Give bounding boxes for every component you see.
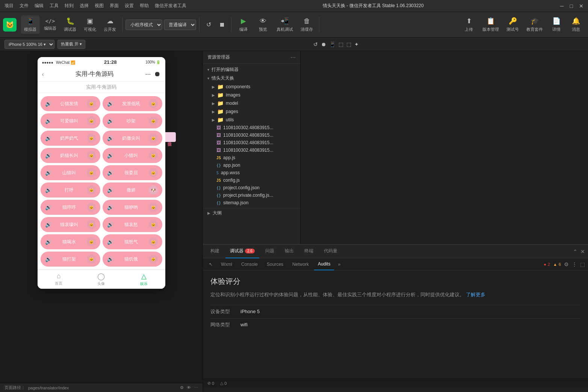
close-button[interactable]: ✕ [579, 3, 583, 9]
stop-btn[interactable]: ⏹ [216, 19, 228, 31]
folder-components[interactable]: ▶ 📁 components [203, 83, 300, 91]
brush-icon[interactable]: ✦ [354, 41, 359, 47]
menu-item-view[interactable]: 视图 [95, 3, 104, 9]
nav-icons[interactable]: ··· ⏺ [145, 70, 160, 78]
menu-item-settings[interactable]: 设置 [125, 3, 134, 9]
folder-pages[interactable]: ▶ 📁 pages [203, 107, 300, 116]
big-folder-section[interactable]: ▶ 大纲 [203, 208, 300, 217]
split-icon[interactable]: ⬚ [339, 41, 343, 47]
file-projectprivate[interactable]: {} project.private.config.js... [203, 191, 300, 199]
menu-item-devtools[interactable]: 微信开发者工具 [155, 3, 186, 9]
menu-item-project[interactable]: 项目 [5, 3, 14, 9]
folder-images[interactable]: ▶ 📁 images [203, 91, 300, 99]
sub-tab-pointer[interactable]: ↖ [206, 258, 216, 270]
eye-icon[interactable]: 👁 [187, 385, 191, 390]
more-icon[interactable]: ⋯ [194, 385, 198, 390]
cat-btn-10[interactable]: 🔊 打呼 🐱 [41, 182, 100, 198]
folder-model[interactable]: ▶ 📁 model [203, 99, 300, 107]
file-img-3[interactable]: 🖼 1108100302.48083915... [203, 146, 300, 154]
file-sitemap[interactable]: {} sitemap.json [203, 199, 300, 207]
menu-item-tool[interactable]: 工具 [50, 3, 59, 9]
real-machine-btn[interactable]: 📲 真机调试 [274, 15, 296, 34]
hot-reload-btn[interactable]: 热重载 开 ▾ [57, 40, 85, 49]
record-icon[interactable]: ⏺ [321, 41, 326, 47]
sub-tab-network[interactable]: Network [289, 258, 313, 270]
file-img-1[interactable]: 🖼 1108100302.48083915... [203, 131, 300, 139]
close-debugger-icon[interactable]: ✕ [580, 249, 585, 255]
messages-btn[interactable]: 🔔 消息 [567, 15, 585, 34]
details-btn[interactable]: 📄 详情 [547, 15, 565, 34]
edu-suite-btn[interactable]: 🎓 教育套件 [523, 15, 546, 34]
cat-btn-18[interactable]: 🔊 猫打架 🐱 [41, 252, 100, 267]
cat-btn-12[interactable]: 🔊 猫哼哼 🐱 [41, 200, 100, 215]
menu-item-file[interactable]: 文件 [20, 3, 29, 9]
minimize-button[interactable]: ─ [560, 3, 564, 9]
settings-icon-debugger[interactable]: ⚙ [564, 261, 569, 267]
nav-entertainment[interactable]: △ 娱乐 [122, 272, 165, 286]
cat-btn-2[interactable]: 🔊 可爱猫叫 🐱 [41, 113, 100, 128]
cloud-btn[interactable]: ☁ 云开发 [101, 15, 119, 34]
test-num-btn[interactable]: 🔑 测试号 [503, 15, 522, 34]
sub-tab-sources[interactable]: Sources [263, 258, 287, 270]
refresh-sim-icon[interactable]: ↺ [313, 41, 318, 47]
cat-btn-1[interactable]: 🔊 发泄低吼 🐱 [103, 96, 162, 111]
audit-learn-more[interactable]: 了解更多 [466, 292, 485, 297]
file-appjs[interactable]: JS app.js [203, 154, 300, 161]
editor-btn[interactable]: </> 编辑器 [41, 17, 59, 33]
tab-debugger[interactable]: 调试器 2.6 [225, 245, 259, 258]
debugger-btn[interactable]: 🐛 调试器 [61, 15, 79, 34]
tab-codequality[interactable]: 代码量 [319, 245, 342, 258]
split-icon-debugger[interactable]: ⬚ [580, 261, 585, 267]
layout-icon[interactable]: ⬚ [346, 41, 351, 47]
cat-btn-14[interactable]: 🔊 猫哀嚎叫 🐱 [41, 217, 100, 232]
project-section[interactable]: ▾ 情头天天换 [203, 74, 300, 83]
page-path-actions[interactable]: ⚙ 👁 ⋯ [180, 385, 198, 390]
side-tab[interactable]: 切换注语 [165, 132, 176, 142]
window-controls[interactable]: ─ □ ✕ [560, 3, 583, 9]
expand-icon[interactable]: ⌃ [573, 249, 577, 255]
simulator-btn[interactable]: 📱 模拟器 [21, 15, 39, 34]
tab-output[interactable]: 输出 [280, 245, 298, 258]
version-mgr-btn[interactable]: 📋 版本管理 [479, 15, 502, 34]
cat-btn-5[interactable]: 🔊 奶撒尖叫 🐱 [103, 131, 162, 146]
miniprogram-mode-select[interactable]: 小程序模式 [125, 20, 162, 30]
sub-tab-audits[interactable]: Audits [314, 258, 334, 270]
file-img-0[interactable]: 🖼 1108100302.48083915... [203, 124, 300, 131]
refresh-btn[interactable]: ↺ [203, 19, 215, 31]
upload-btn[interactable]: ⬆ 上传 [460, 15, 478, 34]
cat-btn-7[interactable]: 🔊 小猫叫 🐱 [103, 148, 162, 163]
nav-record[interactable]: ⏺ [154, 70, 161, 78]
sub-tab-more[interactable]: » [336, 258, 343, 270]
cat-btn-11[interactable]: 🔊 撒娇 🐶 [103, 182, 162, 198]
preview-btn[interactable]: 👁 预览 [254, 16, 272, 34]
more-icon-debugger[interactable]: ⋮ [572, 261, 577, 267]
visualize-btn[interactable]: ▣ 可视化 [81, 15, 99, 34]
menu-item-ui[interactable]: 界面 [110, 3, 119, 9]
cat-btn-0[interactable]: 🔊 公猫发情 🐱 [41, 96, 100, 111]
device-select[interactable]: iPhone 5 100% 16 ▾ [5, 40, 54, 49]
compile-btn[interactable]: ▶ 编译 [234, 15, 252, 34]
cat-btn-8[interactable]: 🔊 山猫叫 🐱 [41, 165, 100, 180]
file-img-2[interactable]: 🖼 1108100302.48083915... [203, 139, 300, 146]
cat-btn-17[interactable]: 🔊 猫怒气 🐱 [103, 234, 162, 249]
nav-dots[interactable]: ··· [145, 70, 151, 78]
menu-item-edit[interactable]: 编辑 [35, 3, 44, 9]
phone-icon[interactable]: 📱 [329, 41, 336, 47]
explorer-more-icon[interactable]: ⋯ [290, 54, 296, 60]
sub-tab-wxml[interactable]: Wxml [217, 258, 236, 270]
folder-utils[interactable]: ▶ 📁 utils [203, 116, 300, 124]
cat-btn-19[interactable]: 🔊 猫饥饿 🐱 [103, 252, 162, 267]
menu-item-goto[interactable]: 转到 [65, 3, 74, 9]
cat-btn-15[interactable]: 🔊 猫哀怒 🐱 [103, 217, 162, 232]
menu-item-help[interactable]: 帮助 [140, 3, 149, 9]
cat-btn-3[interactable]: 🔊 吵架 🐱 [103, 113, 162, 128]
settings-icon[interactable]: ⚙ [180, 385, 184, 390]
menu-bar[interactable]: 项目 文件 编辑 工具 转到 选择 视图 界面 设置 帮助 微信开发者工具 [5, 3, 186, 9]
nav-avatar[interactable]: ◯ 头像 [80, 272, 122, 286]
cat-btn-4[interactable]: 🔊 奶声奶气 🐱 [41, 131, 100, 146]
cat-btn-9[interactable]: 🔊 很委屈 🐱 [103, 165, 162, 180]
compile-mode-select[interactable]: 普通编译 [164, 20, 196, 30]
maximize-button[interactable]: □ [570, 3, 573, 9]
nav-home[interactable]: ⌂ 首页 [38, 272, 80, 286]
cat-btn-13[interactable]: 🔊 猫咿哟 🐱 [103, 200, 162, 215]
